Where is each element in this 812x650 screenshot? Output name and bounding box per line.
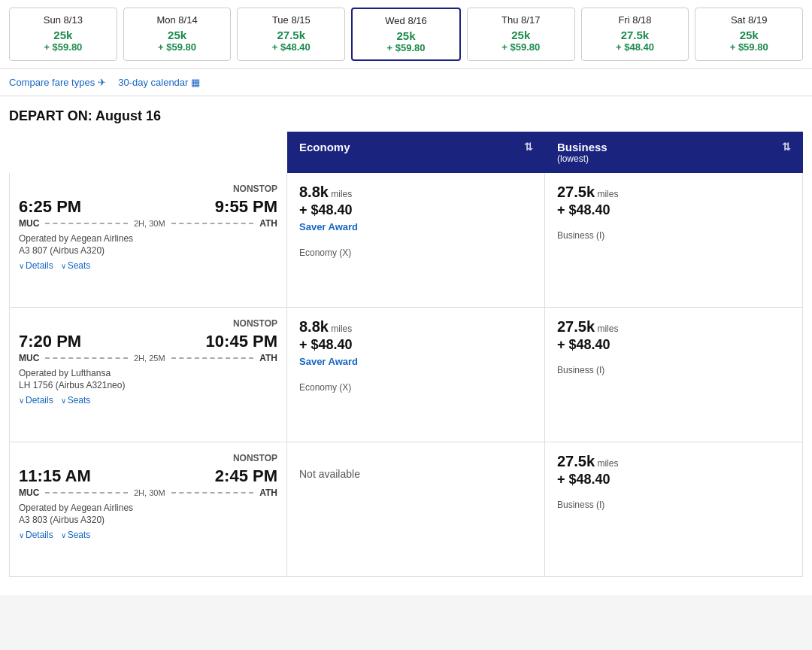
compare-fare-types-link[interactable]: Compare fare types ✈ xyxy=(9,77,106,88)
business-miles: 27.5k miles xyxy=(557,184,790,201)
date-card-4[interactable]: Thu 8/17 25k + $59.80 xyxy=(467,8,575,61)
date-card-5[interactable]: Fri 8/18 27.5k + $48.40 xyxy=(581,8,689,61)
calendar-label: 30-day calendar xyxy=(118,77,188,88)
route-duration: 2H, 30M xyxy=(134,488,165,497)
date-label: Fri 8/18 xyxy=(586,14,684,26)
business-sort-icon[interactable]: ⇅ xyxy=(782,141,791,153)
business-fare-class: Business (I) xyxy=(557,230,790,241)
date-price: + $59.80 xyxy=(129,41,226,53)
dest-code: ATH xyxy=(259,487,277,498)
date-label: Sun 8/13 xyxy=(14,14,112,26)
chevron-icon: ∨ xyxy=(19,396,24,405)
fare-cell-inner-biz: 27.5k miles + $48.40 Business (I) xyxy=(557,453,790,566)
airline-info: Operated by Aegean Airlines xyxy=(19,233,277,244)
depart-time: 6:25 PM xyxy=(19,197,81,217)
business-fare-class: Business (I) xyxy=(557,365,790,375)
economy-price: + $48.40 xyxy=(299,202,532,218)
economy-fare-class: Economy (X) xyxy=(299,382,532,393)
seats-link[interactable]: ∨ Seats xyxy=(61,395,91,405)
business-fare-cell-1[interactable]: 27.5k miles + $48.40 Business (I) xyxy=(545,308,803,442)
action-links: ∨ Details ∨ Seats xyxy=(19,260,277,271)
fare-cell-inner-biz: 27.5k miles + $48.40 Business (I) xyxy=(557,184,790,296)
nonstop-label: NONSTOP xyxy=(19,318,277,329)
business-fare-class: Business (I) xyxy=(557,500,790,510)
date-card-6[interactable]: Sat 8/19 25k + $59.80 xyxy=(695,8,803,61)
economy-sort-icon[interactable]: ⇅ xyxy=(524,141,533,153)
depart-time: 7:20 PM xyxy=(19,332,81,351)
economy-miles: 8.8k miles xyxy=(299,184,532,201)
economy-fare-cell-1[interactable]: 8.8k miles + $48.40 Saver Award Economy … xyxy=(287,308,545,442)
economy-fare-cell-2[interactable]: Not available xyxy=(287,442,545,577)
dest-code: ATH xyxy=(259,353,277,363)
dest-code: ATH xyxy=(259,218,277,229)
fare-cell-inner: 8.8k miles + $48.40 Saver Award Economy … xyxy=(299,318,532,431)
chevron-icon: ∨ xyxy=(19,262,24,270)
compare-fare-types-label: Compare fare types xyxy=(9,77,95,88)
fare-cell-inner: 8.8k miles + $48.40 Saver Award Economy … xyxy=(299,184,532,296)
date-label: Sat 8/19 xyxy=(700,14,798,26)
date-picker-bar: Sun 8/13 25k + $59.80 Mon 8/14 25k + $59… xyxy=(0,0,812,69)
details-link[interactable]: ∨ Details xyxy=(19,530,53,540)
action-links: ∨ Details ∨ Seats xyxy=(19,530,277,540)
date-price: + $59.80 xyxy=(357,42,455,53)
origin-code: MUC xyxy=(19,487,39,498)
depart-time: 11:15 AM xyxy=(19,466,91,486)
economy-fare-cell-0[interactable]: 8.8k miles + $48.40 Saver Award Economy … xyxy=(287,173,545,308)
economy-column-header: Economy ⇅ xyxy=(287,132,545,173)
date-miles: 25k xyxy=(129,29,226,41)
business-title: Business xyxy=(557,141,607,153)
route-duration: 2H, 30M xyxy=(134,219,165,228)
date-price: + $59.80 xyxy=(700,41,798,53)
compare-icon: ✈ xyxy=(98,77,106,88)
fare-cell-inner-biz: 27.5k miles + $48.40 Business (I) xyxy=(557,318,790,431)
not-available: Not available xyxy=(299,453,532,495)
route-duration: 2H, 25M xyxy=(134,354,165,363)
saver-award: Saver Award xyxy=(299,221,532,232)
date-label: Tue 8/15 xyxy=(242,14,340,26)
links-bar: Compare fare types ✈ 30-day calendar ▦ xyxy=(0,69,812,96)
chevron-icon-seats: ∨ xyxy=(61,531,66,539)
date-miles: 25k xyxy=(14,29,112,41)
date-card-0[interactable]: Sun 8/13 25k + $59.80 xyxy=(9,8,117,61)
details-link[interactable]: ∨ Details xyxy=(19,260,53,271)
saver-award: Saver Award xyxy=(299,356,532,367)
business-column-header: Business (lowest) ⇅ xyxy=(545,132,803,173)
date-card-3[interactable]: Wed 8/16 25k + $59.80 xyxy=(351,8,461,61)
date-miles: 25k xyxy=(472,29,570,41)
business-fare-cell-0[interactable]: 27.5k miles + $48.40 Business (I) xyxy=(545,173,803,308)
date-price: + $59.80 xyxy=(14,41,112,53)
arrive-time: 2:45 PM xyxy=(215,466,277,486)
chevron-icon-seats: ∨ xyxy=(61,396,66,405)
airline-info: Operated by Lufthansa xyxy=(19,368,277,378)
date-card-2[interactable]: Tue 8/15 27.5k + $48.40 xyxy=(237,8,345,61)
economy-fare-class: Economy (X) xyxy=(299,248,532,258)
economy-miles: 8.8k miles xyxy=(299,318,532,336)
economy-price: + $48.40 xyxy=(299,337,532,353)
date-card-1[interactable]: Mon 8/14 25k + $59.80 xyxy=(123,8,232,61)
date-miles: 27.5k xyxy=(242,29,340,41)
business-price: + $48.40 xyxy=(557,472,790,487)
business-price: + $48.40 xyxy=(557,202,790,218)
date-label: Thu 8/17 xyxy=(472,14,570,26)
date-price: + $48.40 xyxy=(586,41,684,53)
flight-info-cell-2: NONSTOP 11:15 AM 2:45 PM MUC 2H, 30M ATH… xyxy=(9,442,287,577)
depart-header: DEPART ON: August 16 xyxy=(9,96,803,132)
calendar-link[interactable]: 30-day calendar ▦ xyxy=(118,77,200,88)
economy-title: Economy xyxy=(299,141,350,153)
details-link[interactable]: ∨ Details xyxy=(19,395,53,405)
nonstop-label: NONSTOP xyxy=(19,184,277,194)
business-fare-cell-2[interactable]: 27.5k miles + $48.40 Business (I) xyxy=(545,442,803,577)
date-price: + $48.40 xyxy=(242,41,340,53)
flight-info-cell-0: NONSTOP 6:25 PM 9:55 PM MUC 2H, 30M ATH … xyxy=(9,173,287,308)
seats-link[interactable]: ∨ Seats xyxy=(61,530,91,540)
calendar-icon: ▦ xyxy=(191,77,200,88)
seats-link[interactable]: ∨ Seats xyxy=(61,260,91,271)
date-miles: 27.5k xyxy=(586,29,684,41)
origin-code: MUC xyxy=(19,218,39,229)
flight-number: A3 803 (Airbus A320) xyxy=(19,515,277,525)
business-price: + $48.40 xyxy=(557,337,790,353)
action-links: ∨ Details ∨ Seats xyxy=(19,395,277,405)
airline-info: Operated by Aegean Airlines xyxy=(19,503,277,513)
chevron-icon-seats: ∨ xyxy=(61,262,66,270)
date-miles: 25k xyxy=(357,29,455,42)
